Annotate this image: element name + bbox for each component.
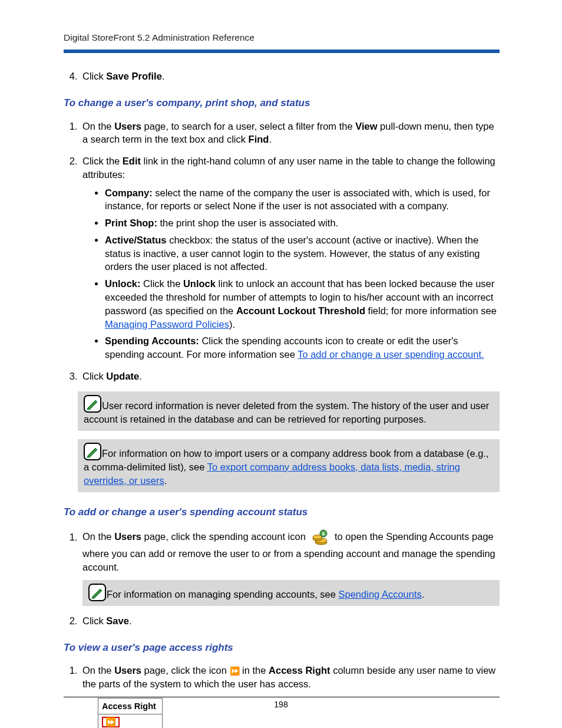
prev-list-continuation: Click Save Profile. [64, 70, 500, 83]
table-row: ⏩ [98, 714, 163, 728]
step-save-profile: Click Save Profile. [80, 70, 500, 83]
link-spending-accounts[interactable]: Spending Accounts [339, 589, 422, 599]
heading-spending-account: To add or change a user's spending accou… [64, 505, 500, 519]
step-1-access: On the Users page, click the icon ⏩ in t… [80, 664, 500, 728]
note-user-record: User record information is never deleted… [78, 391, 500, 431]
link-spending-account-change[interactable]: To add or change a user spending account… [297, 349, 484, 360]
svg-text:$: $ [322, 531, 325, 536]
step-2-spending: Click Save. [80, 614, 500, 628]
note-import-users: For information on how to import users o… [78, 439, 500, 492]
pencil-note-icon [84, 443, 101, 460]
page-number: 198 [0, 699, 562, 710]
step-3-change: Click Update. [80, 370, 500, 383]
heading-change-user: To change a user's company, print shop, … [64, 96, 500, 110]
attr-active-status: Active/Status checkbox: the status of th… [105, 233, 500, 274]
list-access-rights: On the Users page, click the icon ⏩ in t… [64, 664, 500, 728]
link-password-policies[interactable]: Managing Password Policies [105, 319, 229, 330]
spending-account-coins-icon: $ [310, 528, 329, 547]
running-header: Digital StoreFront 5.2 Administration Re… [64, 31, 500, 44]
attr-company: Company: select the name of the company … [105, 186, 500, 213]
document-page: Digital StoreFront 5.2 Administration Re… [0, 0, 562, 728]
pencil-note-icon [84, 395, 101, 413]
access-right-cell: ⏩ [98, 714, 163, 728]
attr-unlock: Unlock: Click the Unlock link to unlock … [105, 277, 500, 331]
step-1-change: On the Users page, to search for a user,… [80, 120, 500, 147]
footer-rule [64, 697, 500, 697]
list-change-user: On the Users page, to search for a user,… [64, 120, 500, 383]
edit-attributes-list: Company: select the name of the company … [82, 186, 500, 361]
pencil-note-icon [88, 584, 106, 601]
heading-access-rights: To view a user's page access rights [64, 641, 500, 654]
attr-print-shop: Print Shop: the print shop the user is a… [105, 216, 500, 230]
note-spending-manage: For information on managing spending acc… [82, 580, 500, 606]
step-1-spending: On the Users page, click the spending ac… [80, 528, 500, 606]
attr-spending-accounts: Spending Accounts: Click the spending ac… [105, 334, 500, 361]
access-right-arrow-highlighted-icon: ⏩ [102, 717, 120, 728]
header-rule [64, 50, 500, 53]
step-2-change: Click the Edit link in the right-hand co… [80, 154, 500, 361]
list-spending-account: On the Users page, click the spending ac… [64, 528, 500, 627]
access-right-arrow-icon: ⏩ [230, 666, 240, 677]
